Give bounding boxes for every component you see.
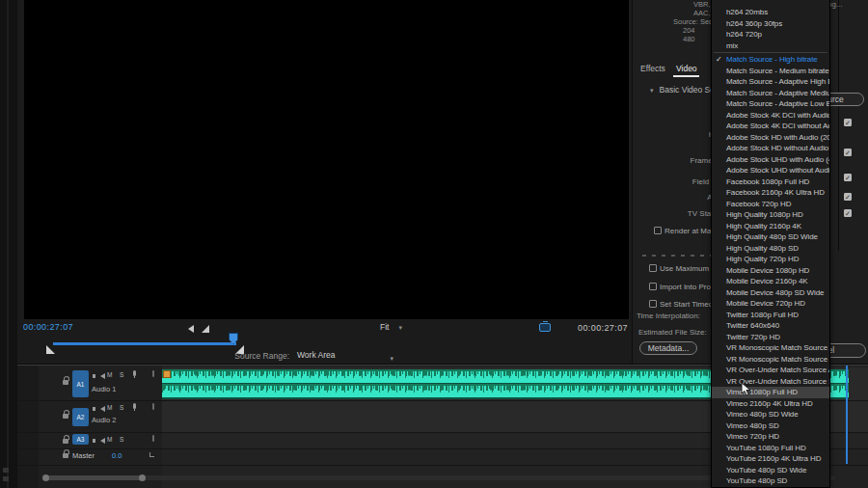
timeline-playhead[interactable] — [846, 366, 848, 464]
metadata-button[interactable]: Metadata... — [639, 341, 697, 355]
mic-icon[interactable] — [133, 370, 136, 376]
preset-menu-item[interactable]: Vimeo 2160p 4K Ultra HD — [712, 398, 829, 410]
preset-menu-item[interactable]: Adobe Stock HD with Audio (20Mbps) — [712, 132, 829, 144]
tab-effects[interactable]: Effects — [640, 64, 665, 73]
speaker-icon[interactable] — [100, 406, 105, 412]
preset-menu-item-label: h264 20mbs — [726, 8, 768, 16]
preset-menu-item[interactable]: Vimeo 480p SD Wide — [712, 409, 829, 420]
mouse-cursor — [741, 382, 752, 397]
in-point-handle[interactable] — [46, 345, 55, 354]
preset-menu-item[interactable]: Mobile Device 2160p 4K — [712, 276, 829, 287]
preset-menu-item[interactable]: YouTube 480p SD — [712, 475, 829, 487]
preset-menu-item[interactable]: Twitter 640x640 — [712, 320, 829, 332]
solo-button[interactable]: S — [120, 436, 123, 443]
export-checkbox[interactable] — [844, 174, 852, 181]
summary-line: 204 — [683, 26, 695, 35]
preset-menu-item[interactable]: Twitter 1080p Full HD — [712, 310, 829, 321]
preset-menu-item[interactable]: Vimeo 1080p Full HD — [712, 387, 829, 398]
export-checkbox[interactable] — [844, 149, 852, 156]
preset-menu-item[interactable]: Vimeo 720p HD — [712, 431, 829, 443]
preset-menu-item[interactable]: VR Monoscopic Match Source Ambisonics — [712, 342, 829, 354]
preset-menu-item[interactable]: Adobe Stock UHD without Audio (40Mbps) — [712, 165, 829, 176]
mute-button[interactable]: M — [107, 404, 112, 411]
lock-icon[interactable] — [63, 453, 68, 458]
checkbox-import-into-project[interactable] — [649, 283, 657, 290]
preset-menu-item[interactable]: YouTube 1080p Full HD — [712, 443, 829, 454]
source-range-select[interactable]: Work Area▾ — [295, 348, 393, 363]
checkbox-set-start-timecode[interactable] — [649, 300, 657, 308]
preset-menu-item[interactable]: High Quality 1080p HD — [712, 209, 829, 221]
preset-menu-item[interactable]: Adobe Stock 4K DCI with Audio (40Mbps) — [712, 110, 829, 122]
preset-menu-item-label: Mobile Device 720p HD — [726, 299, 805, 308]
zoom-level-select[interactable]: Fit▾ — [374, 320, 424, 334]
work-area-bar[interactable] — [53, 342, 236, 345]
lock-icon[interactable] — [63, 380, 68, 385]
preset-menu-item[interactable]: High Quality 480p SD Wide — [712, 231, 829, 243]
preset-menu-item[interactable]: h264 360p 30fps — [712, 18, 829, 30]
speaker-icon[interactable] — [100, 438, 105, 444]
preset-menu-item[interactable]: mix — [712, 41, 829, 52]
mic-icon[interactable] — [133, 403, 136, 409]
preset-menu-item-label: Twitter 1080p Full HD — [726, 311, 799, 319]
export-checkbox[interactable] — [844, 209, 852, 217]
preset-menu-item[interactable]: h264 20mbs — [712, 7, 829, 18]
scrollbar-grip[interactable] — [642, 255, 712, 257]
track-badge-a1[interactable]: A1 — [72, 370, 89, 397]
current-timecode[interactable]: 00:00:27:07 — [23, 322, 73, 332]
track-name: Audio 1 — [92, 385, 116, 393]
preset-menu-item[interactable]: Match Source - Medium bitrate — [712, 66, 829, 77]
set-in-icon[interactable] — [188, 325, 194, 333]
preset-menu-item-label: High Quality 720p HD — [726, 255, 799, 263]
zoom-level-value: Fit — [380, 322, 389, 332]
preset-menu-item[interactable]: Match Source - Adaptive High Bitrate — [712, 76, 829, 88]
track-badge-a2[interactable]: A2 — [72, 408, 89, 426]
checkbox-render-max-depth[interactable] — [654, 227, 662, 234]
preset-menu-item[interactable]: VR Monoscopic Match Source Stereo Audio — [712, 354, 829, 366]
preset-menu-item-label: Vimeo 480p SD Wide — [726, 410, 799, 419]
preset-menu-item[interactable]: Match Source - High bitrate — [712, 54, 829, 66]
speaker-icon[interactable] — [100, 373, 105, 379]
set-out-icon[interactable] — [202, 325, 209, 333]
preset-menu-item[interactable]: Facebook 720p HD — [712, 199, 829, 210]
preset-menu-item[interactable]: Adobe Stock UHD with Audio (40Mbps) — [712, 154, 829, 166]
scrollbar-handle-right[interactable] — [139, 474, 146, 481]
preset-menu-item[interactable]: High Quality 480p SD — [712, 243, 829, 255]
preset-menu-item[interactable]: Vimeo 480p SD — [712, 420, 829, 432]
preset-menu-item[interactable]: High Quality 720p HD — [712, 254, 829, 265]
preset-menu-item-label: Mobile Device 480p SD Wide — [726, 288, 824, 297]
lock-icon[interactable] — [63, 439, 68, 444]
preset-menu-item[interactable]: Facebook 1080p Full HD — [712, 176, 829, 188]
preset-menu-item[interactable]: YouTube 480p SD Wide — [712, 465, 829, 476]
preset-menu-item[interactable]: Mobile Device 720p HD — [712, 298, 829, 310]
tab-video[interactable]: Video — [676, 64, 697, 73]
track-badge-a3[interactable]: A3 — [72, 434, 89, 445]
export-checkbox[interactable] — [844, 193, 852, 201]
preset-menu-item[interactable]: Twitter 720p HD — [712, 332, 829, 343]
preset-menu-item[interactable]: Facebook 2160p 4K Ultra HD — [712, 187, 829, 199]
preset-menu-item[interactable]: Adobe Stock HD without Audio (20Mbps) — [712, 143, 829, 154]
keyframe-icon[interactable] — [149, 452, 154, 457]
solo-button[interactable]: S — [120, 404, 123, 411]
preset-menu-item[interactable]: h264 720p — [712, 29, 829, 41]
solo-button[interactable]: S — [120, 371, 123, 378]
checkbox-use-max-render[interactable] — [649, 264, 657, 272]
scrollbar-handle-left[interactable] — [42, 474, 49, 481]
preset-menu-item[interactable]: Match Source - Adaptive Low Bitrate — [712, 98, 829, 110]
preset-menu-item[interactable]: VR Over-Under Match Source Stereo Audio — [712, 376, 829, 388]
monitor-icon[interactable] — [539, 323, 551, 332]
scrollbar-thumb[interactable] — [44, 475, 145, 480]
preset-menu-item[interactable]: Match Source - Adaptive Medium Bitrate — [712, 88, 829, 99]
preset-menu-item[interactable]: High Quality 2160p 4K — [712, 221, 829, 232]
preset-menu-item[interactable]: YouTube 2160p 4K Ultra HD — [712, 453, 829, 465]
preset-menu-item[interactable]: VR Over-Under Match Source Ambisonics — [712, 365, 829, 376]
export-checkbox[interactable] — [844, 119, 852, 126]
preset-menu-item[interactable]: Adobe Stock 4K DCI without Audio (40Mbps… — [712, 121, 829, 132]
master-level-value[interactable]: 0.0 — [112, 451, 122, 460]
preset-menu-item[interactable]: Mobile Device 480p SD Wide — [712, 287, 829, 299]
lock-icon[interactable] — [63, 414, 68, 419]
mute-button[interactable]: M — [107, 436, 112, 443]
track-headers: A1 M S Audio 1 A2 M S Audio 2 A3 M S Mas… — [17, 366, 162, 488]
preset-menu-item[interactable]: Mobile Device 1080p HD — [712, 265, 829, 277]
mute-button[interactable]: M — [107, 371, 112, 378]
panel-divider — [838, 0, 839, 251]
